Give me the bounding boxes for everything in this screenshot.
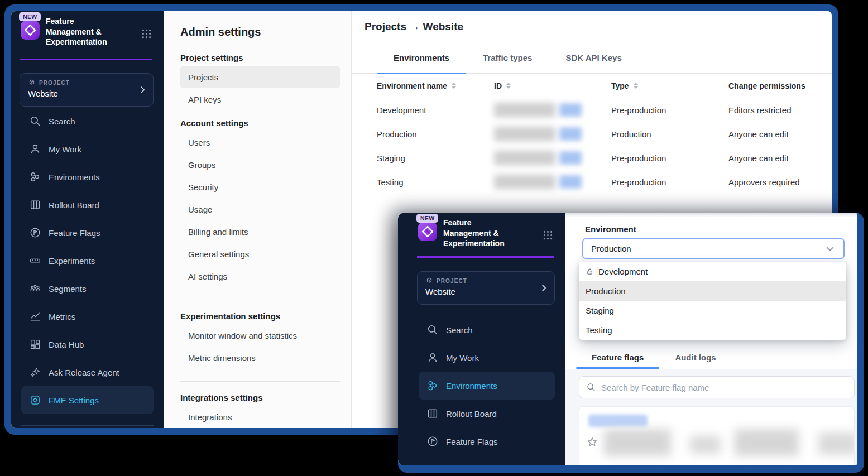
- admin-item-projects[interactable]: Projects: [180, 66, 340, 88]
- admin-item-usage[interactable]: Usage: [180, 198, 340, 220]
- main-sidebar: NEW Feature Management & Experimentation…: [11, 11, 164, 428]
- tab-audit-logs[interactable]: Audit logs: [659, 347, 731, 368]
- hexagons-icon: [29, 171, 41, 183]
- tab-traffic-types[interactable]: Traffic types: [466, 42, 549, 73]
- project-label: PROJECT: [437, 278, 467, 284]
- admin-item-api-keys[interactable]: API keys: [180, 88, 340, 110]
- overlay-tabs: Feature flags Audit logs: [565, 347, 857, 368]
- sort-icon[interactable]: [452, 82, 456, 89]
- dropdown-option-development[interactable]: Development: [579, 262, 846, 281]
- sidebar-item-rollout-board[interactable]: Rollout Board: [419, 400, 555, 427]
- redacted-id: [494, 175, 582, 189]
- sidebar-item-rollout-board[interactable]: Rollout Board: [21, 191, 154, 219]
- flag-circle-icon: [29, 227, 41, 239]
- chevron-right-icon: [137, 85, 147, 95]
- fme-settings-icon: [29, 394, 41, 406]
- divider: [180, 300, 340, 300]
- brand-underline: [417, 256, 554, 258]
- dropdown-option-production[interactable]: Production: [579, 281, 846, 301]
- new-badge: NEW: [416, 214, 438, 223]
- overlay-window: NEW Feature Management & Experimentation…: [398, 213, 864, 473]
- col-type: Type: [611, 81, 629, 90]
- sidebar-item-my-work[interactable]: My Work: [419, 344, 555, 372]
- overlay-sidebar: NEW Feature Management & Experimentation…: [398, 213, 565, 465]
- overlay-content: Environment Production Development Produ…: [565, 213, 857, 465]
- project-selector[interactable]: PROJECT Website: [20, 73, 154, 107]
- sidebar-item-feature-flags[interactable]: Feature Flags: [419, 427, 555, 455]
- section-header-project-settings: Project settings: [180, 53, 342, 62]
- sidebar-item-metrics[interactable]: Metrics: [21, 302, 154, 330]
- section-header-experimentation-settings: Experimentation settings: [180, 311, 342, 321]
- dropdown-option-testing[interactable]: Testing: [579, 320, 846, 340]
- chevron-down-icon: [824, 243, 836, 254]
- project-name: Website: [28, 89, 146, 98]
- split-logo-icon: [21, 21, 40, 40]
- admin-item-monitor-window[interactable]: Monitor window and statistics: [180, 324, 340, 347]
- environment-select[interactable]: Production: [582, 238, 845, 259]
- window-top-edge: [565, 213, 857, 217]
- search-icon: [426, 324, 439, 336]
- content-header: Projects → Website: [352, 11, 832, 42]
- admin-item-integrations[interactable]: Integrations: [180, 406, 340, 428]
- sidebar-item-environments[interactable]: Environments: [21, 163, 154, 191]
- admin-item-metric-dimensions[interactable]: Metric dimensions: [180, 347, 340, 369]
- table-header-row: Environment name ID Type Change permissi…: [363, 74, 832, 98]
- environment-dropdown: Development Production Staging Testing: [579, 262, 846, 340]
- redacted-content: [690, 436, 721, 454]
- sidebar-item-data-hub[interactable]: Data Hub: [21, 330, 154, 358]
- redacted-id: [494, 151, 582, 165]
- sidebar-item-environments[interactable]: Environments: [419, 372, 555, 400]
- main-nav: Search My Work Environments Rollout Boar…: [11, 107, 164, 414]
- search-icon: [29, 115, 41, 127]
- table-row[interactable]: Production Production Anyone can edit: [363, 122, 832, 146]
- breadcrumb[interactable]: Projects → Website: [365, 21, 463, 33]
- search-icon: [586, 382, 596, 392]
- table-row[interactable]: Testing Pre-production Approvers require…: [363, 170, 832, 194]
- split-logo-icon: [418, 222, 437, 241]
- columns-icon: [426, 407, 439, 420]
- col-change-permissions: Change permissions: [728, 81, 805, 90]
- dropdown-option-staging[interactable]: Staging: [579, 301, 846, 320]
- sidebar-item-search[interactable]: Search: [21, 107, 154, 135]
- sidebar-item-experiments[interactable]: Experiments: [21, 247, 154, 275]
- table-row[interactable]: Development Pre-production Editors restr…: [363, 98, 832, 122]
- tab-feature-flags[interactable]: Feature flags: [576, 347, 659, 368]
- admin-item-users[interactable]: Users: [180, 131, 340, 153]
- app-switcher-icon[interactable]: [542, 229, 554, 241]
- sidebar-item-my-work[interactable]: My Work: [21, 135, 154, 163]
- admin-item-ai-settings[interactable]: AI settings: [180, 265, 340, 287]
- admin-item-groups[interactable]: Groups: [180, 153, 340, 176]
- sort-icon[interactable]: [506, 82, 511, 89]
- sort-icon[interactable]: [634, 82, 638, 89]
- redacted-content: [735, 429, 799, 456]
- redacted-content: [604, 429, 671, 456]
- ruler-icon: [29, 254, 41, 267]
- admin-settings-title: Admin settings: [180, 26, 342, 39]
- section-header-account-settings: Account settings: [180, 118, 342, 128]
- sidebar-item-ask-release-agent[interactable]: Ask Release Agent: [21, 358, 154, 386]
- search-input[interactable]: [601, 383, 847, 392]
- sidebar-item-fme-settings[interactable]: FME Settings: [21, 386, 154, 414]
- tab-environments[interactable]: Environments: [377, 42, 466, 73]
- sidebar-item-feature-flags[interactable]: Feature Flags: [21, 219, 154, 247]
- redacted-content: [818, 432, 855, 455]
- person-icon: [426, 352, 439, 364]
- tab-sdk-api-keys[interactable]: SDK API Keys: [549, 42, 638, 73]
- app-brand: NEW Feature Management & Experimentation: [11, 11, 164, 60]
- project-selector[interactable]: PROJECT Website: [417, 271, 555, 305]
- sidebar-item-search[interactable]: Search: [419, 316, 555, 344]
- app-switcher-icon[interactable]: [141, 28, 152, 40]
- environments-table: Environment name ID Type Change permissi…: [363, 74, 832, 194]
- feature-flag-card[interactable]: [579, 406, 855, 465]
- table-row[interactable]: Staging Pre-production Anyone can edit: [363, 146, 832, 170]
- admin-item-billing-and-limits[interactable]: Billing and limits: [180, 220, 340, 243]
- admin-item-security[interactable]: Security: [180, 176, 340, 198]
- redacted-id: [494, 127, 582, 141]
- project-cube-icon: [28, 79, 36, 86]
- star-icon[interactable]: [586, 436, 598, 448]
- people-icon: [29, 282, 41, 295]
- columns-icon: [29, 199, 41, 211]
- admin-item-general-settings[interactable]: General settings: [180, 243, 340, 265]
- sidebar-item-segments[interactable]: Segments: [21, 275, 154, 302]
- desktop-background: NEW Feature Management & Experimentation…: [0, 0, 868, 476]
